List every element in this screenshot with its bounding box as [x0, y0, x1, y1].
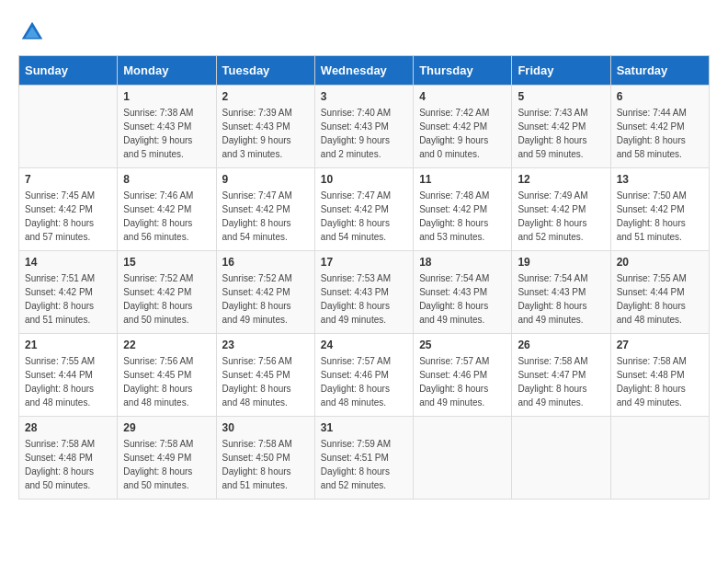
- day-number: 20: [617, 256, 703, 269]
- day-info: Sunrise: 7:45 AM Sunset: 4:42 PM Dayligh…: [25, 189, 111, 244]
- day-number: 2: [222, 90, 309, 103]
- day-info: Sunrise: 7:49 AM Sunset: 4:42 PM Dayligh…: [518, 189, 604, 244]
- calendar-cell: 2Sunrise: 7:39 AM Sunset: 4:43 PM Daylig…: [216, 86, 314, 168]
- day-info: Sunrise: 7:40 AM Sunset: 4:43 PM Dayligh…: [321, 106, 407, 161]
- calendar-week-4: 21Sunrise: 7:55 AM Sunset: 4:44 PM Dayli…: [19, 334, 710, 417]
- header-thursday: Thursday: [414, 56, 512, 86]
- calendar-cell: 22Sunrise: 7:56 AM Sunset: 4:45 PM Dayli…: [118, 334, 216, 417]
- day-info: Sunrise: 7:58 AM Sunset: 4:47 PM Dayligh…: [518, 354, 604, 409]
- day-info: Sunrise: 7:52 AM Sunset: 4:42 PM Dayligh…: [123, 271, 210, 327]
- calendar-cell: 20Sunrise: 7:55 AM Sunset: 4:44 PM Dayli…: [610, 251, 709, 334]
- day-number: 9: [222, 173, 309, 186]
- day-info: Sunrise: 7:54 AM Sunset: 4:43 PM Dayligh…: [419, 271, 506, 327]
- day-info: Sunrise: 7:55 AM Sunset: 4:44 PM Dayligh…: [617, 271, 703, 327]
- day-number: 8: [123, 173, 210, 186]
- calendar-cell: 23Sunrise: 7:56 AM Sunset: 4:45 PM Dayli…: [216, 334, 314, 417]
- calendar-cell: 25Sunrise: 7:57 AM Sunset: 4:46 PM Dayli…: [414, 334, 512, 417]
- day-number: 17: [321, 256, 407, 269]
- calendar-cell: 7Sunrise: 7:45 AM Sunset: 4:42 PM Daylig…: [19, 168, 118, 251]
- calendar-cell: [19, 86, 118, 168]
- header-tuesday: Tuesday: [216, 56, 314, 86]
- calendar-cell: 15Sunrise: 7:52 AM Sunset: 4:42 PM Dayli…: [118, 251, 216, 334]
- logo-icon: [18, 18, 46, 46]
- day-number: 23: [222, 339, 309, 351]
- header-sunday: Sunday: [19, 56, 118, 86]
- day-number: 4: [419, 90, 506, 103]
- calendar-cell: 27Sunrise: 7:58 AM Sunset: 4:48 PM Dayli…: [610, 334, 709, 417]
- calendar-table: SundayMondayTuesdayWednesdayThursdayFrid…: [18, 55, 710, 500]
- day-number: 22: [123, 339, 210, 351]
- day-number: 10: [321, 173, 407, 186]
- calendar-cell: 29Sunrise: 7:58 AM Sunset: 4:49 PM Dayli…: [118, 417, 216, 500]
- calendar-cell: 8Sunrise: 7:46 AM Sunset: 4:42 PM Daylig…: [118, 168, 216, 251]
- calendar-cell: 13Sunrise: 7:50 AM Sunset: 4:42 PM Dayli…: [610, 168, 709, 251]
- day-info: Sunrise: 7:57 AM Sunset: 4:46 PM Dayligh…: [321, 354, 407, 409]
- header-wednesday: Wednesday: [314, 56, 413, 86]
- day-number: 30: [222, 421, 309, 434]
- calendar-cell: 17Sunrise: 7:53 AM Sunset: 4:43 PM Dayli…: [314, 251, 413, 334]
- day-number: 19: [518, 256, 604, 269]
- day-info: Sunrise: 7:48 AM Sunset: 4:42 PM Dayligh…: [419, 189, 506, 244]
- day-info: Sunrise: 7:58 AM Sunset: 4:49 PM Dayligh…: [123, 437, 210, 492]
- header-monday: Monday: [118, 56, 216, 86]
- calendar-cell: 26Sunrise: 7:58 AM Sunset: 4:47 PM Dayli…: [512, 334, 610, 417]
- day-number: 12: [518, 173, 604, 186]
- calendar-cell: 1Sunrise: 7:38 AM Sunset: 4:43 PM Daylig…: [118, 86, 216, 168]
- day-info: Sunrise: 7:46 AM Sunset: 4:42 PM Dayligh…: [123, 189, 210, 244]
- day-info: Sunrise: 7:54 AM Sunset: 4:43 PM Dayligh…: [518, 271, 604, 327]
- day-info: Sunrise: 7:53 AM Sunset: 4:43 PM Dayligh…: [321, 271, 407, 327]
- calendar-cell: 5Sunrise: 7:43 AM Sunset: 4:42 PM Daylig…: [512, 86, 610, 168]
- calendar-cell: [610, 417, 709, 500]
- calendar-cell: 19Sunrise: 7:54 AM Sunset: 4:43 PM Dayli…: [512, 251, 610, 334]
- day-number: 28: [25, 421, 111, 434]
- day-number: 21: [25, 339, 111, 351]
- calendar-cell: 14Sunrise: 7:51 AM Sunset: 4:42 PM Dayli…: [19, 251, 118, 334]
- day-number: 11: [419, 173, 506, 186]
- day-number: 29: [123, 421, 210, 434]
- calendar-cell: 21Sunrise: 7:55 AM Sunset: 4:44 PM Dayli…: [19, 334, 118, 417]
- day-number: 24: [321, 339, 407, 351]
- day-info: Sunrise: 7:43 AM Sunset: 4:42 PM Dayligh…: [518, 106, 604, 161]
- calendar-cell: 11Sunrise: 7:48 AM Sunset: 4:42 PM Dayli…: [414, 168, 512, 251]
- calendar-cell: 24Sunrise: 7:57 AM Sunset: 4:46 PM Dayli…: [314, 334, 413, 417]
- day-info: Sunrise: 7:52 AM Sunset: 4:42 PM Dayligh…: [222, 271, 309, 327]
- logo: [18, 18, 50, 46]
- calendar-cell: [512, 417, 610, 500]
- day-info: Sunrise: 7:57 AM Sunset: 4:46 PM Dayligh…: [419, 354, 506, 409]
- day-info: Sunrise: 7:47 AM Sunset: 4:42 PM Dayligh…: [321, 189, 407, 244]
- calendar-cell: 16Sunrise: 7:52 AM Sunset: 4:42 PM Dayli…: [216, 251, 314, 334]
- day-number: 18: [419, 256, 506, 269]
- day-number: 6: [617, 90, 703, 103]
- day-info: Sunrise: 7:58 AM Sunset: 4:50 PM Dayligh…: [222, 437, 309, 492]
- calendar-cell: 28Sunrise: 7:58 AM Sunset: 4:48 PM Dayli…: [19, 417, 118, 500]
- day-number: 31: [321, 421, 407, 434]
- day-number: 27: [617, 339, 703, 351]
- day-number: 3: [321, 90, 407, 103]
- calendar-cell: 4Sunrise: 7:42 AM Sunset: 4:42 PM Daylig…: [414, 86, 512, 168]
- day-info: Sunrise: 7:58 AM Sunset: 4:48 PM Dayligh…: [617, 354, 703, 409]
- day-info: Sunrise: 7:47 AM Sunset: 4:42 PM Dayligh…: [222, 189, 309, 244]
- day-info: Sunrise: 7:51 AM Sunset: 4:42 PM Dayligh…: [25, 271, 111, 327]
- calendar-week-2: 7Sunrise: 7:45 AM Sunset: 4:42 PM Daylig…: [19, 168, 710, 251]
- calendar-cell: [414, 417, 512, 500]
- calendar-week-3: 14Sunrise: 7:51 AM Sunset: 4:42 PM Dayli…: [19, 251, 710, 334]
- page-header: [18, 18, 710, 46]
- header-friday: Friday: [512, 56, 610, 86]
- day-number: 5: [518, 90, 604, 103]
- day-info: Sunrise: 7:59 AM Sunset: 4:51 PM Dayligh…: [321, 437, 407, 492]
- day-info: Sunrise: 7:56 AM Sunset: 4:45 PM Dayligh…: [123, 354, 210, 409]
- day-number: 1: [123, 90, 210, 103]
- calendar-week-5: 28Sunrise: 7:58 AM Sunset: 4:48 PM Dayli…: [19, 417, 710, 500]
- calendar-cell: 9Sunrise: 7:47 AM Sunset: 4:42 PM Daylig…: [216, 168, 314, 251]
- day-info: Sunrise: 7:50 AM Sunset: 4:42 PM Dayligh…: [617, 189, 703, 244]
- day-info: Sunrise: 7:56 AM Sunset: 4:45 PM Dayligh…: [222, 354, 309, 409]
- day-info: Sunrise: 7:58 AM Sunset: 4:48 PM Dayligh…: [25, 437, 111, 492]
- calendar-cell: 18Sunrise: 7:54 AM Sunset: 4:43 PM Dayli…: [414, 251, 512, 334]
- calendar-cell: 3Sunrise: 7:40 AM Sunset: 4:43 PM Daylig…: [314, 86, 413, 168]
- day-number: 7: [25, 173, 111, 186]
- calendar-cell: 12Sunrise: 7:49 AM Sunset: 4:42 PM Dayli…: [512, 168, 610, 251]
- day-number: 13: [617, 173, 703, 186]
- day-info: Sunrise: 7:55 AM Sunset: 4:44 PM Dayligh…: [25, 354, 111, 409]
- day-number: 15: [123, 256, 210, 269]
- day-info: Sunrise: 7:42 AM Sunset: 4:42 PM Dayligh…: [419, 106, 506, 161]
